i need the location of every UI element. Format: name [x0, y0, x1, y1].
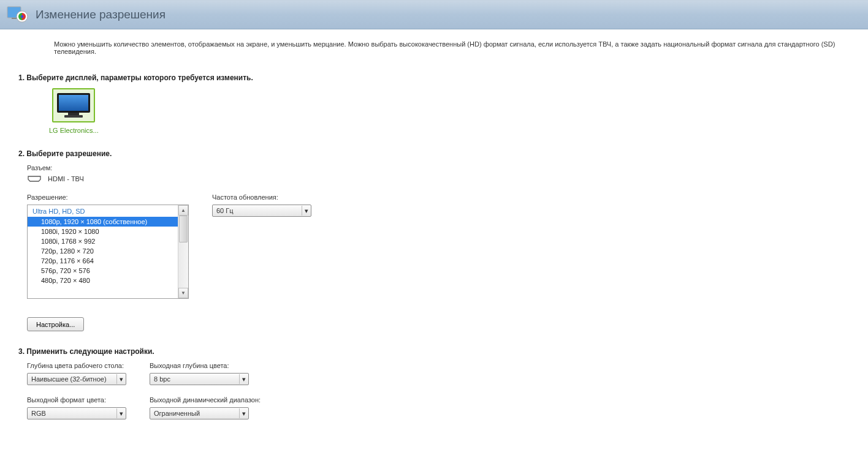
dynamic-range-label: Выходной динамический диапазон:	[150, 396, 261, 404]
hdmi-icon	[27, 175, 42, 182]
section2-title: 2. Выберите разрешение.	[18, 149, 850, 158]
dynamic-range-value: Ограниченный	[154, 410, 200, 417]
color-format-label: Выходной формат цвета:	[27, 396, 126, 404]
color-depth-label: Глубина цвета рабочего стола:	[27, 362, 126, 369]
list-item[interactable]: 1080i, 1768 × 992	[28, 236, 178, 246]
display-selector[interactable]: LG Electronics...	[49, 88, 99, 134]
dynamic-range-combo[interactable]: Ограниченный ▾	[150, 407, 249, 419]
chevron-down-icon: ▾	[116, 374, 123, 384]
section3-title: 3. Применить следующие настройки.	[18, 347, 850, 356]
chevron-down-icon: ▾	[239, 408, 246, 418]
refresh-rate-combo[interactable]: 60 Гц ▾	[212, 205, 311, 217]
section1-title: 1. Выберите дисплей, параметры которого …	[18, 73, 850, 82]
svg-rect-1	[12, 18, 17, 19]
list-item[interactable]: 576p, 720 × 576	[28, 266, 178, 276]
svg-point-3	[21, 15, 23, 18]
chevron-down-icon: ▾	[239, 374, 246, 384]
monitor-icon	[56, 92, 91, 119]
connector-value: HDMI - ТВЧ	[48, 175, 84, 182]
scroll-thumb[interactable]	[179, 216, 188, 242]
scroll-up-button[interactable]: ▲	[178, 205, 188, 216]
color-depth-combo[interactable]: Наивысшее (32-битное) ▾	[27, 373, 126, 385]
resolution-listbox[interactable]: Ultra HD, HD, SD 1080p, 1920 × 1080 (соб…	[27, 205, 189, 299]
list-item[interactable]: 720p, 1280 × 720	[28, 246, 178, 256]
list-item[interactable]: 480p, 720 × 480	[28, 276, 178, 285]
color-depth-value: Наивысшее (32-битное)	[31, 375, 107, 383]
scroll-down-button[interactable]: ▼	[178, 288, 188, 298]
chevron-down-icon: ▾	[302, 206, 308, 216]
nvidia-icon	[6, 6, 28, 24]
chevron-down-icon: ▾	[116, 408, 123, 418]
display-label: LG Electronics...	[49, 127, 99, 134]
color-format-value: RGB	[31, 410, 46, 417]
scrollbar[interactable]: ▲ ▼	[178, 205, 188, 298]
refresh-label: Частота обновления:	[212, 194, 311, 201]
list-item[interactable]: 1080i, 1920 × 1080	[28, 227, 178, 236]
connector-label: Разъем:	[27, 164, 850, 171]
output-depth-label: Выходная глубина цвета:	[150, 362, 249, 369]
output-depth-value: 8 bpc	[154, 375, 170, 383]
page-title: Изменение разрешения	[36, 8, 166, 21]
svg-rect-7	[64, 115, 83, 118]
resolution-label: Разрешение:	[27, 194, 189, 201]
page-description: Можно уменьшить количество элементов, от…	[0, 29, 868, 56]
svg-rect-5	[59, 95, 88, 111]
svg-rect-6	[68, 113, 79, 115]
refresh-value: 60 Гц	[216, 207, 234, 214]
customize-button[interactable]: Настройка...	[27, 317, 84, 331]
list-item[interactable]: 720p, 1176 × 664	[28, 256, 178, 266]
list-item[interactable]: 1080p, 1920 × 1080 (собственное)	[28, 217, 178, 227]
title-bar: Изменение разрешения	[0, 0, 868, 29]
list-header: Ultra HD, HD, SD	[28, 205, 178, 217]
output-depth-combo[interactable]: 8 bpc ▾	[150, 373, 249, 385]
color-format-combo[interactable]: RGB ▾	[27, 407, 126, 419]
